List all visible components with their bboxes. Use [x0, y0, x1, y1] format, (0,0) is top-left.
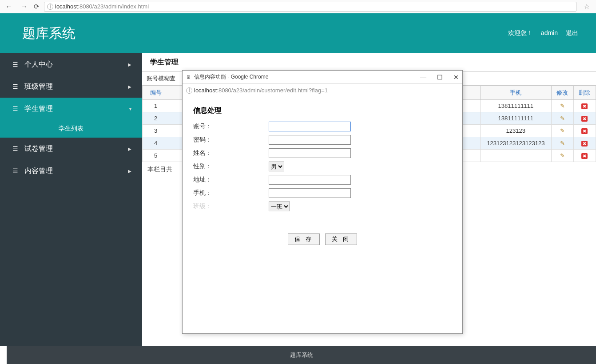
popup-url-host: localhost: [194, 87, 217, 94]
label-account: 账号：: [193, 123, 269, 131]
label-phone: 手机：: [193, 189, 269, 197]
stack-icon: ☰: [12, 105, 18, 112]
chevron-right-icon: ▶: [128, 169, 131, 174]
header-right: 欢迎您！ admin 退出: [508, 29, 578, 37]
gender-select[interactable]: 男: [269, 162, 284, 171]
popup-url-port: :8080: [217, 87, 231, 94]
footer-text: 题库系统: [290, 351, 313, 359]
address-bar[interactable]: i localhost:8080/a23/admin/index.html: [44, 2, 576, 12]
cell-phone: [480, 150, 551, 162]
delete-icon[interactable]: ✖: [581, 128, 588, 134]
stack-icon: ☰: [12, 61, 18, 68]
label-gender: 性别：: [193, 162, 269, 170]
edit-icon[interactable]: ✎: [560, 140, 565, 146]
delete-icon[interactable]: ✖: [581, 116, 588, 122]
user-link[interactable]: admin: [541, 29, 558, 37]
popup-window: 🗎 信息内容功能 - Google Chrome — ☐ ✕ i localho…: [182, 70, 463, 334]
cell-id: 5: [143, 150, 169, 162]
col-phone[interactable]: 手机: [480, 86, 551, 100]
info-icon: i: [186, 87, 192, 94]
cell-phone: 13811111111: [480, 100, 551, 112]
forward-icon[interactable]: →: [19, 3, 29, 11]
sidebar-label: 班级管理: [24, 82, 53, 91]
label-address: 地址：: [193, 176, 269, 184]
back-icon[interactable]: ←: [4, 3, 14, 11]
save-button[interactable]: 保 存: [288, 233, 320, 245]
edit-icon[interactable]: ✎: [560, 115, 565, 122]
delete-icon[interactable]: ✖: [581, 141, 588, 146]
label-name: 姓名：: [193, 149, 269, 157]
cell-id: 4: [143, 137, 169, 150]
app-title: 题库系统: [22, 24, 75, 43]
popup-heading: 信息处理: [193, 106, 452, 115]
cell-id: 1: [143, 100, 169, 112]
bookmark-icon[interactable]: ☆: [581, 2, 592, 11]
popup-url-path: /a23/admin/customer/edit.html?flag=1: [231, 87, 328, 94]
popup-title: 信息内容功能 - Google Chrome: [194, 73, 268, 81]
welcome-text: 欢迎您！: [508, 29, 533, 37]
document-icon: 🗎: [186, 74, 191, 80]
edit-icon[interactable]: ✎: [560, 103, 565, 109]
sidebar-item-content[interactable]: ☰ 内容管理 ▶: [0, 160, 142, 182]
cell-id: 2: [143, 112, 169, 125]
sidebar-label: 个人中心: [24, 60, 53, 69]
close-button[interactable]: 关 闭: [325, 233, 357, 245]
cell-phone: 123123123123123123: [480, 137, 551, 150]
cell-phone: 123123: [480, 125, 551, 137]
delete-icon[interactable]: ✖: [581, 103, 588, 109]
close-icon[interactable]: ✕: [453, 74, 459, 81]
col-edit[interactable]: 修改: [551, 86, 573, 100]
stack-icon: ☰: [12, 167, 18, 174]
url-path: /a23/admin/index.html: [92, 3, 149, 10]
chevron-right-icon: ▶: [128, 84, 131, 89]
browser-toolbar: ← → ⟳ i localhost:8080/a23/admin/index.h…: [0, 0, 596, 13]
sidebar-item-student[interactable]: ☰ 学生管理 ▾: [0, 98, 142, 120]
cell-id: 3: [143, 125, 169, 137]
col-id[interactable]: 编号: [143, 86, 169, 100]
phone-input[interactable]: [269, 188, 351, 198]
password-input[interactable]: [269, 135, 351, 145]
url-host: localhost: [55, 3, 78, 10]
stack-icon: ☰: [12, 145, 18, 152]
popup-body: 信息处理 账号： 密码： 姓名： 性别： 男 地址： 手机： 班级：: [183, 97, 462, 254]
col-del[interactable]: 删除: [573, 86, 596, 100]
app-header: 题库系统 欢迎您！ admin 退出: [0, 13, 596, 53]
cell-phone: 13811111111: [480, 112, 551, 125]
account-input[interactable]: [269, 122, 351, 131]
search-label: 账号模糊查: [147, 75, 175, 82]
sidebar-item-exam[interactable]: ☰ 试卷管理 ▶: [0, 138, 142, 160]
label-class: 班级：: [193, 202, 269, 210]
sidebar: ☰ 个人中心 ▶ ☰ 班级管理 ▶ ☰ 学生管理 ▾ 学生列表 ☰ 试卷管理 ▶…: [0, 53, 142, 346]
minimize-icon[interactable]: —: [420, 74, 426, 81]
sidebar-item-profile[interactable]: ☰ 个人中心 ▶: [0, 53, 142, 75]
sidebar-item-class[interactable]: ☰ 班级管理 ▶: [0, 75, 142, 98]
address-input[interactable]: [269, 175, 351, 185]
breadcrumb: 学生管理: [142, 53, 596, 72]
class-select[interactable]: 一班: [269, 202, 290, 211]
popup-titlebar[interactable]: 🗎 信息内容功能 - Google Chrome — ☐ ✕: [183, 71, 462, 84]
chevron-right-icon: ▶: [128, 62, 131, 67]
footer: 题库系统: [7, 346, 596, 364]
name-input[interactable]: [269, 148, 351, 158]
chevron-down-icon: ▾: [129, 107, 131, 111]
sidebar-label: 学生管理: [24, 104, 53, 114]
edit-icon[interactable]: ✎: [560, 127, 565, 134]
reload-icon[interactable]: ⟳: [34, 3, 40, 11]
maximize-icon[interactable]: ☐: [437, 74, 443, 81]
sidebar-label: 试卷管理: [24, 144, 53, 154]
sidebar-sublabel: 学生列表: [59, 125, 83, 133]
info-icon: i: [47, 4, 53, 10]
delete-icon[interactable]: ✖: [581, 153, 588, 159]
sidebar-label: 内容管理: [24, 166, 53, 176]
popup-address-bar[interactable]: i localhost:8080/a23/admin/customer/edit…: [183, 84, 462, 97]
chevron-right-icon: ▶: [128, 146, 131, 151]
stack-icon: ☰: [12, 83, 18, 90]
edit-icon[interactable]: ✎: [560, 152, 565, 159]
url-port: :8080: [78, 3, 92, 10]
logout-link[interactable]: 退出: [566, 29, 578, 37]
label-password: 密码：: [193, 136, 269, 144]
sidebar-subitem-student-list[interactable]: 学生列表: [0, 120, 142, 138]
